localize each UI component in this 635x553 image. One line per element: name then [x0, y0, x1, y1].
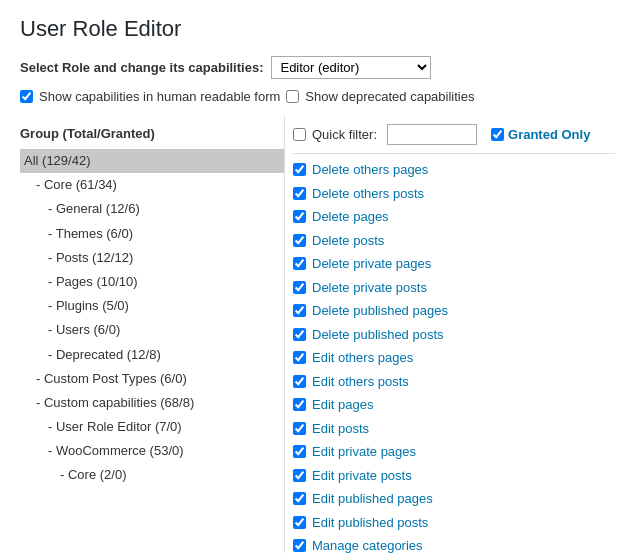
capability-checkbox[interactable] [293, 163, 306, 176]
group-item[interactable]: - Posts (12/12) [20, 246, 284, 270]
group-item[interactable]: - Custom Post Types (6/0) [20, 367, 284, 391]
capability-item: Edit others posts [293, 370, 615, 394]
capability-checkbox[interactable] [293, 304, 306, 317]
human-readable-label: Show capabilities in human readable form [39, 89, 280, 104]
capability-item: Delete pages [293, 205, 615, 229]
capability-item: Manage categories [293, 534, 615, 553]
capability-item: Delete others posts [293, 182, 615, 206]
capability-label: Edit posts [312, 419, 369, 439]
group-item[interactable]: - Core (2/0) [20, 463, 284, 487]
group-item[interactable]: - Plugins (5/0) [20, 294, 284, 318]
capability-label: Edit private pages [312, 442, 416, 462]
capability-checkbox[interactable] [293, 328, 306, 341]
capability-item: Edit private pages [293, 440, 615, 464]
capability-checkbox[interactable] [293, 492, 306, 505]
group-item[interactable]: - Pages (10/10) [20, 270, 284, 294]
page-title: User Role Editor [20, 16, 615, 42]
capability-item: Delete private posts [293, 276, 615, 300]
capability-item: Edit pages [293, 393, 615, 417]
filter-input[interactable] [387, 124, 477, 145]
capability-checkbox[interactable] [293, 351, 306, 364]
capability-item: Edit published posts [293, 511, 615, 535]
deprecated-checkbox[interactable] [286, 90, 299, 103]
capability-label: Edit others pages [312, 348, 413, 368]
group-item[interactable]: - General (12/6) [20, 197, 284, 221]
capability-checkbox[interactable] [293, 398, 306, 411]
capability-label: Edit others posts [312, 372, 409, 392]
group-item[interactable]: - Custom capabilities (68/8) [20, 391, 284, 415]
capability-item: Edit posts [293, 417, 615, 441]
capability-item: Delete others pages [293, 158, 615, 182]
capability-item: Edit others pages [293, 346, 615, 370]
capability-checkbox[interactable] [293, 445, 306, 458]
capability-item: Edit published pages [293, 487, 615, 511]
capability-checkbox[interactable] [293, 210, 306, 223]
quick-filter-label: Quick filter: [312, 127, 377, 142]
capability-label: Manage categories [312, 536, 423, 553]
capabilities-list: Delete others pagesDelete others postsDe… [293, 158, 615, 553]
capability-label: Delete private posts [312, 278, 427, 298]
granted-only-checkbox[interactable] [491, 128, 504, 141]
human-readable-checkbox[interactable] [20, 90, 33, 103]
group-item[interactable]: - Deprecated (12/8) [20, 343, 284, 367]
capability-checkbox[interactable] [293, 469, 306, 482]
capability-checkbox[interactable] [293, 234, 306, 247]
capability-item: Delete published pages [293, 299, 615, 323]
select-role-label: Select Role and change its capabilities: [20, 60, 263, 75]
capability-label: Delete published posts [312, 325, 444, 345]
group-header: Group (Total/Granted) [20, 116, 284, 149]
capability-item: Delete published posts [293, 323, 615, 347]
group-item[interactable]: - User Role Editor (7/0) [20, 415, 284, 439]
filter-select-all-checkbox[interactable] [293, 128, 306, 141]
capability-label: Delete posts [312, 231, 384, 251]
group-item[interactable]: All (129/42) [20, 149, 284, 173]
role-select[interactable]: Editor (editor) [271, 56, 431, 79]
capability-checkbox[interactable] [293, 422, 306, 435]
capability-checkbox[interactable] [293, 539, 306, 552]
capability-label: Edit published pages [312, 489, 433, 509]
capability-item: Delete private pages [293, 252, 615, 276]
capability-checkbox[interactable] [293, 375, 306, 388]
capability-checkbox[interactable] [293, 281, 306, 294]
capability-label: Delete others pages [312, 160, 428, 180]
group-item[interactable]: - Themes (6/0) [20, 222, 284, 246]
capability-label: Edit pages [312, 395, 373, 415]
granted-only-label: Granted Only [508, 127, 590, 142]
deprecated-label: Show deprecated capabilities [305, 89, 474, 104]
capability-checkbox[interactable] [293, 257, 306, 270]
group-list: All (129/42)- Core (61/34)- General (12/… [20, 149, 284, 488]
capability-checkbox[interactable] [293, 516, 306, 529]
group-item[interactable]: - WooCommerce (53/0) [20, 439, 284, 463]
group-item[interactable]: - Users (6/0) [20, 318, 284, 342]
capability-label: Delete published pages [312, 301, 448, 321]
capability-label: Delete pages [312, 207, 389, 227]
capability-label: Edit private posts [312, 466, 412, 486]
capability-label: Delete others posts [312, 184, 424, 204]
capability-item: Edit private posts [293, 464, 615, 488]
capability-item: Delete posts [293, 229, 615, 253]
capability-label: Edit published posts [312, 513, 428, 533]
capability-checkbox[interactable] [293, 187, 306, 200]
capability-label: Delete private pages [312, 254, 431, 274]
group-item[interactable]: - Core (61/34) [20, 173, 284, 197]
